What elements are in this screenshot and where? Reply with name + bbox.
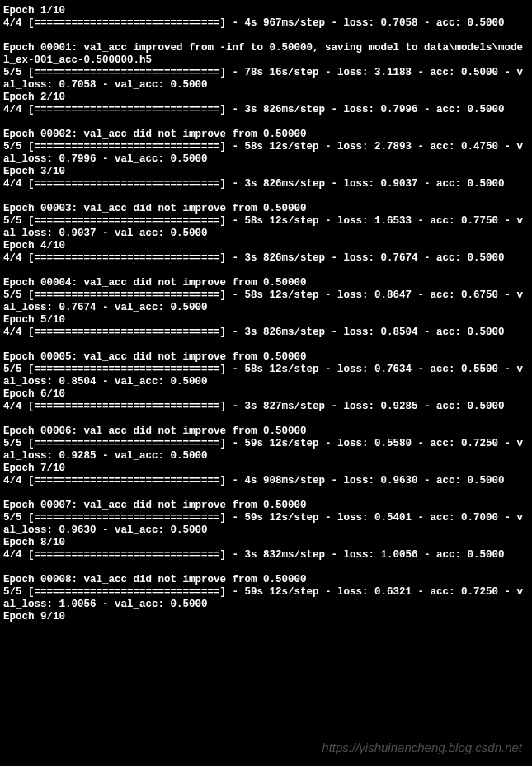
terminal-output: Epoch 1/10 4/4 [========================… bbox=[0, 0, 532, 628]
watermark: https://yishuihancheng.blog.csdn.net bbox=[322, 740, 522, 754]
